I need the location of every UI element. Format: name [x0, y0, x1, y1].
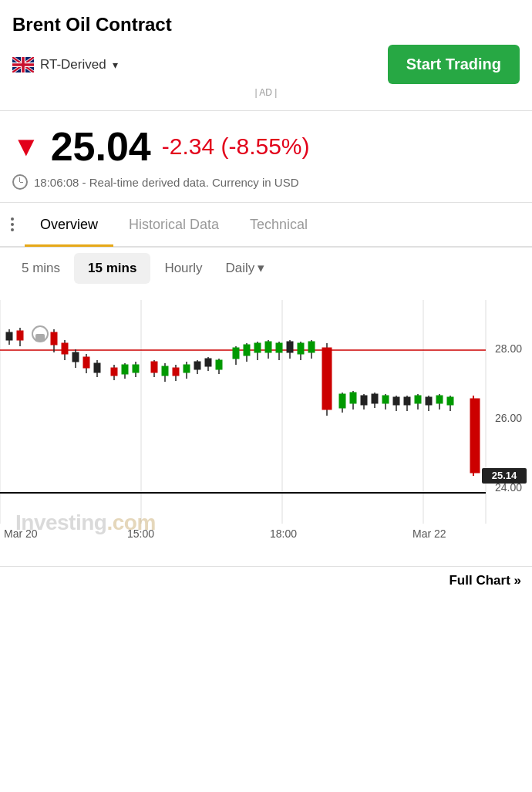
svg-rect-41 [184, 365, 190, 372]
price-change: -2.34 (-8.55%) [162, 133, 310, 160]
svg-rect-83 [426, 397, 432, 405]
svg-rect-75 [382, 396, 389, 403]
svg-rect-69 [350, 393, 356, 403]
svg-rect-73 [372, 394, 378, 403]
svg-text:25.14: 25.14 [492, 470, 517, 481]
svg-text:18:00: 18:00 [270, 527, 297, 540]
svg-rect-89 [470, 399, 480, 473]
time-btn-daily-more[interactable]: Daily ▾ [217, 252, 274, 284]
price-row: ▼ 25.04 -2.34 (-8.55%) [12, 126, 520, 167]
tab-overview[interactable]: Overview [25, 204, 113, 245]
svg-text:Mar 22: Mar 22 [412, 527, 446, 540]
price-chart: 28.00 26.00 24.00 [0, 288, 532, 566]
tabs-bar: Overview Historical Data Technical [0, 203, 532, 248]
svg-text:26.00: 26.00 [495, 412, 522, 424]
svg-rect-53 [254, 343, 261, 352]
svg-rect-81 [415, 396, 421, 403]
svg-rect-49 [233, 348, 239, 359]
svg-text:15:00: 15:00 [127, 527, 154, 540]
svg-rect-65 [322, 348, 332, 409]
page-header: Brent Oil Contract RT-Derived ▾ Start Tr… [0, 0, 532, 111]
candlestick-chart-svg: 28.00 26.00 24.00 [0, 296, 532, 566]
svg-rect-51 [244, 345, 250, 356]
svg-rect-35 [151, 362, 157, 372]
chevron-down-icon: ▾ [258, 260, 264, 276]
svg-rect-21 [62, 343, 68, 354]
svg-rect-59 [287, 342, 293, 352]
time-btn-5mins[interactable]: 5 mins [8, 253, 74, 284]
svg-rect-39 [173, 368, 179, 376]
svg-rect-13 [6, 332, 12, 340]
header-controls: RT-Derived ▾ Start Trading [12, 45, 520, 84]
svg-rect-87 [447, 397, 453, 405]
svg-rect-29 [111, 368, 117, 376]
tab-historical-data[interactable]: Historical Data [113, 204, 234, 245]
svg-rect-15 [17, 331, 23, 340]
svg-rect-55 [265, 342, 271, 352]
price-timestamp: 18:06:08 - Real-time derived data. Curre… [34, 176, 299, 189]
svg-rect-85 [436, 396, 443, 403]
svg-rect-45 [205, 359, 211, 366]
source-selector[interactable]: RT-Derived ▾ [12, 57, 118, 72]
full-chart-link[interactable]: Full Chart » [449, 573, 521, 588]
svg-text:Mar 20: Mar 20 [4, 527, 38, 540]
source-dropdown-icon[interactable]: ▾ [113, 59, 118, 71]
svg-rect-17 [35, 334, 45, 342]
price-meta: 18:06:08 - Real-time derived data. Curre… [12, 174, 520, 190]
ad-label: | AD | [12, 84, 520, 103]
svg-rect-23 [72, 352, 79, 362]
svg-rect-47 [216, 360, 222, 369]
tab-technical[interactable]: Technical [234, 204, 323, 245]
svg-rect-1 [0, 300, 532, 562]
full-chart-row: Full Chart » [0, 566, 532, 596]
svg-rect-31 [122, 365, 128, 374]
svg-rect-19 [51, 332, 57, 345]
time-btn-hourly[interactable]: Hourly [150, 253, 216, 284]
start-trading-button[interactable]: Start Trading [388, 45, 520, 84]
price-value: 25.04 [51, 126, 151, 167]
time-filter-bar: 5 mins 15 mins Hourly Daily ▾ [0, 248, 532, 288]
page-title: Brent Oil Contract [12, 14, 520, 35]
svg-rect-79 [404, 397, 410, 405]
flag-icon [12, 57, 34, 72]
svg-rect-37 [162, 366, 168, 376]
svg-rect-67 [339, 394, 345, 408]
clock-icon [12, 174, 28, 190]
tabs-more-icon[interactable] [0, 203, 25, 246]
svg-rect-33 [133, 365, 139, 372]
price-direction-icon: ▼ [12, 133, 40, 160]
svg-text:28.00: 28.00 [495, 342, 522, 355]
svg-rect-27 [94, 363, 100, 372]
svg-rect-71 [361, 396, 367, 405]
time-btn-15mins[interactable]: 15 mins [74, 253, 150, 284]
svg-rect-77 [393, 397, 399, 405]
svg-rect-63 [308, 342, 315, 352]
svg-rect-61 [298, 343, 304, 354]
price-section: ▼ 25.04 -2.34 (-8.55%) 18:06:08 - Real-t… [0, 111, 532, 203]
svg-rect-43 [194, 362, 200, 369]
svg-rect-57 [276, 343, 282, 352]
svg-rect-25 [83, 357, 89, 368]
source-label: RT-Derived [40, 57, 106, 72]
